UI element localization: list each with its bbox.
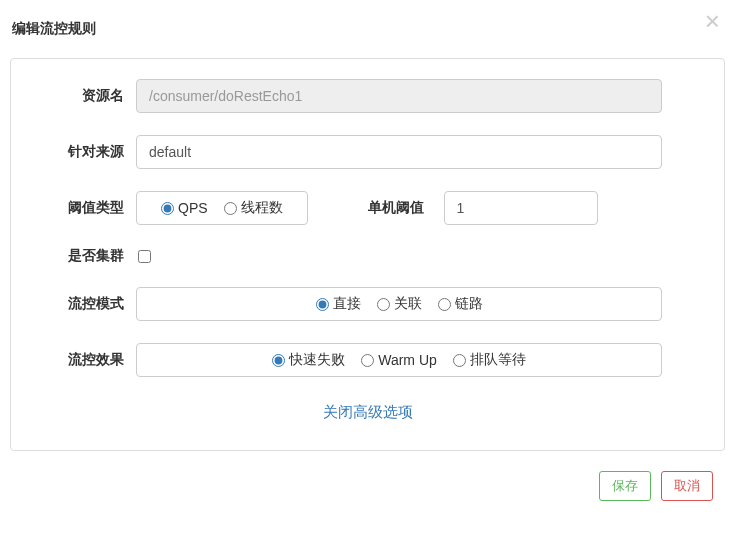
radio-thread-label: 线程数 bbox=[241, 199, 283, 217]
label-effect: 流控效果 bbox=[41, 351, 136, 369]
radio-qps[interactable]: QPS bbox=[161, 200, 208, 216]
effect-group: 快速失败 Warm Up 排队等待 bbox=[136, 343, 662, 377]
single-threshold-input[interactable] bbox=[444, 191, 598, 225]
radio-queue-input[interactable] bbox=[453, 354, 466, 367]
radio-chain-input[interactable] bbox=[438, 298, 451, 311]
toggle-advanced-link[interactable]: 关闭高级选项 bbox=[41, 399, 694, 440]
radio-failfast[interactable]: 快速失败 bbox=[272, 351, 345, 369]
save-button[interactable]: 保存 bbox=[599, 471, 651, 501]
row-resource: 资源名 bbox=[41, 79, 694, 113]
radio-qps-label: QPS bbox=[178, 200, 208, 216]
source-input[interactable] bbox=[136, 135, 662, 169]
resource-input bbox=[136, 79, 662, 113]
radio-thread-input[interactable] bbox=[224, 202, 237, 215]
radio-chain-label: 链路 bbox=[455, 295, 483, 313]
dialog-title: 编辑流控规则 bbox=[0, 0, 735, 58]
radio-direct[interactable]: 直接 bbox=[316, 295, 361, 313]
radio-direct-label: 直接 bbox=[333, 295, 361, 313]
radio-warmup-label: Warm Up bbox=[378, 352, 437, 368]
label-source: 针对来源 bbox=[41, 143, 136, 161]
label-threshold-type: 阈值类型 bbox=[41, 199, 136, 217]
radio-failfast-input[interactable] bbox=[272, 354, 285, 367]
radio-queue-label: 排队等待 bbox=[470, 351, 526, 369]
radio-thread[interactable]: 线程数 bbox=[224, 199, 283, 217]
mode-group: 直接 关联 链路 bbox=[136, 287, 662, 321]
row-cluster: 是否集群 bbox=[41, 247, 694, 265]
radio-chain[interactable]: 链路 bbox=[438, 295, 483, 313]
label-single-threshold: 单机阈值 bbox=[368, 199, 424, 217]
threshold-type-group: QPS 线程数 bbox=[136, 191, 308, 225]
close-icon[interactable]: × bbox=[705, 8, 720, 34]
label-resource: 资源名 bbox=[41, 87, 136, 105]
row-threshold: 阈值类型 QPS 线程数 单机阈值 bbox=[41, 191, 694, 225]
cancel-button[interactable]: 取消 bbox=[661, 471, 713, 501]
radio-relate[interactable]: 关联 bbox=[377, 295, 422, 313]
radio-relate-input[interactable] bbox=[377, 298, 390, 311]
label-mode: 流控模式 bbox=[41, 295, 136, 313]
radio-relate-label: 关联 bbox=[394, 295, 422, 313]
label-cluster: 是否集群 bbox=[41, 247, 136, 265]
row-source: 针对来源 bbox=[41, 135, 694, 169]
radio-direct-input[interactable] bbox=[316, 298, 329, 311]
row-effect: 流控效果 快速失败 Warm Up 排队等待 bbox=[41, 343, 694, 377]
radio-queue[interactable]: 排队等待 bbox=[453, 351, 526, 369]
radio-warmup[interactable]: Warm Up bbox=[361, 352, 437, 368]
radio-qps-input[interactable] bbox=[161, 202, 174, 215]
dialog-footer: 保存 取消 bbox=[0, 461, 735, 519]
row-mode: 流控模式 直接 关联 链路 bbox=[41, 287, 694, 321]
cluster-checkbox[interactable] bbox=[138, 250, 151, 263]
radio-warmup-input[interactable] bbox=[361, 354, 374, 367]
radio-failfast-label: 快速失败 bbox=[289, 351, 345, 369]
form-panel: 资源名 针对来源 阈值类型 QPS 线程数 单机阈值 bbox=[10, 58, 725, 451]
